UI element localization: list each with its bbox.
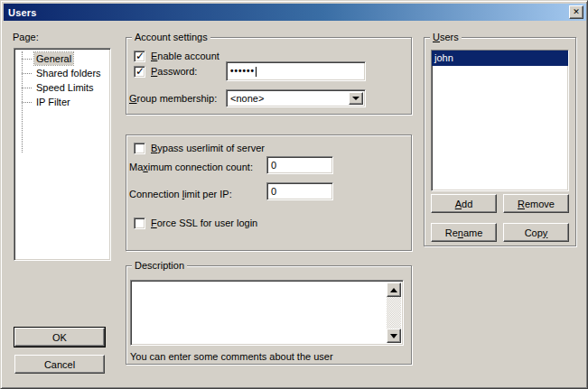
scroll-up-button[interactable] — [387, 282, 401, 297]
rename-button-label: Rename — [445, 227, 483, 238]
description-caption: Description — [132, 259, 187, 272]
bypass-userlimit-checkbox[interactable] — [134, 143, 145, 154]
user-item-label: john — [434, 52, 453, 63]
page-item-shared-folders[interactable]: Shared folders — [14, 66, 110, 80]
arrow-down-icon — [390, 334, 397, 342]
page-label: Page: — [13, 31, 39, 43]
dropdown-button[interactable] — [349, 92, 363, 105]
users-list[interactable]: john — [431, 50, 569, 191]
close-icon: ✕ — [573, 8, 580, 16]
title-bar[interactable]: Users ✕ — [4, 4, 586, 21]
force-ssl-checkbox[interactable] — [134, 218, 145, 229]
group-membership-value: <none> — [230, 93, 264, 104]
close-button[interactable]: ✕ — [569, 5, 583, 19]
max-connection-input[interactable]: 0 — [266, 156, 333, 174]
password-label[interactable]: Password: — [151, 65, 197, 78]
enable-account-label[interactable]: Enable account — [151, 50, 219, 62]
page-item-speed-limits[interactable]: Speed Limits — [14, 80, 110, 95]
page-item-label: IP Filter — [34, 96, 72, 108]
account-settings-group: Account settings Enable account Password… — [126, 37, 412, 115]
rename-button[interactable]: Rename — [431, 223, 497, 242]
page-item-general[interactable]: General — [14, 51, 110, 66]
enable-account-checkbox[interactable] — [134, 51, 145, 62]
window-title: Users — [4, 7, 37, 18]
users-group: Users john Add Remove Rename Copy — [424, 37, 576, 246]
account-settings-caption: Account settings — [132, 31, 210, 43]
page-item-label: Shared folders — [34, 67, 103, 79]
page-item-ip-filter[interactable]: IP Filter — [14, 95, 110, 109]
description-group: Description You can enter some comments … — [126, 265, 412, 365]
ok-button[interactable]: OK — [14, 328, 105, 347]
password-input[interactable]: •••••• — [226, 61, 366, 81]
cancel-button-label: Cancel — [44, 359, 75, 370]
force-ssl-label[interactable]: Force SSL for user login — [151, 217, 257, 229]
password-value: •••••• — [230, 66, 255, 76]
copy-button[interactable]: Copy — [503, 223, 569, 242]
cancel-button[interactable]: Cancel — [14, 355, 105, 374]
add-button[interactable]: Add — [431, 194, 497, 213]
max-connection-label: Maximum connection count: — [129, 161, 253, 173]
connection-limits-group: Bypass userlimit of server Maximum conne… — [126, 134, 412, 251]
scroll-down-button[interactable] — [387, 329, 401, 343]
remove-button[interactable]: Remove — [503, 194, 569, 213]
text-caret — [256, 67, 257, 77]
max-connection-value: 0 — [271, 160, 276, 171]
user-item-john[interactable]: john — [432, 51, 568, 66]
group-membership-select[interactable]: <none> — [226, 89, 366, 107]
page-item-label: Speed Limits — [34, 81, 96, 94]
page-tree[interactable]: General Shared folders Speed Limits IP F… — [14, 48, 111, 261]
group-membership-label: Group membership: — [129, 92, 217, 105]
connection-limit-ip-value: 0 — [271, 186, 276, 197]
bypass-userlimit-label[interactable]: Bypass userlimit of server — [151, 142, 265, 154]
page-item-label: General — [34, 52, 73, 65]
users-caption: Users — [430, 31, 462, 43]
chevron-down-icon — [352, 97, 359, 104]
connection-limit-ip-input[interactable]: 0 — [266, 182, 333, 200]
users-dialog: Users ✕ Page: General Shared folders Spe… — [0, 0, 588, 389]
password-checkbox[interactable] — [134, 66, 145, 78]
description-textarea[interactable] — [130, 280, 404, 346]
connection-limit-ip-label: Connection limit per IP: — [129, 188, 232, 200]
copy-button-label: Copy — [525, 227, 548, 238]
ok-button-label: OK — [52, 332, 67, 343]
description-hint: You can enter some comments about the us… — [130, 350, 333, 363]
arrow-up-icon — [390, 284, 397, 292]
add-button-label: Add — [455, 199, 473, 209]
remove-button-label: Remove — [518, 199, 555, 209]
scrollbar-track[interactable] — [387, 282, 401, 343]
